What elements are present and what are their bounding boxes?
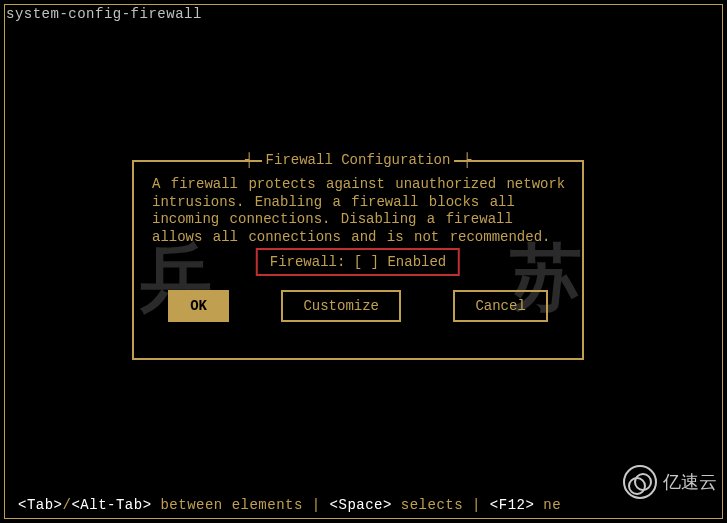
dialog-title: Firewall Configuration	[262, 152, 455, 168]
title-pipe-left: ┤	[245, 152, 262, 168]
hint-f12-text: ne	[534, 497, 561, 513]
checkbox-state	[362, 254, 370, 270]
hint-alttab-key: <Alt-Tab>	[71, 497, 151, 513]
hint-space-text: selects	[392, 497, 463, 513]
bracket-close: ]	[371, 254, 379, 270]
firewall-enabled-checkbox[interactable]: Firewall: [ ] Enabled	[256, 248, 460, 276]
status-bar: <Tab>/<Alt-Tab> between elements | <Spac…	[18, 497, 561, 513]
customize-button[interactable]: Customize	[281, 290, 401, 322]
dialog-title-wrap: ┤ Firewall Configuration ├	[134, 152, 582, 168]
window-title: system-config-firewall	[6, 6, 202, 22]
hint-tab-text: between elements	[152, 497, 303, 513]
cancel-button[interactable]: Cancel	[453, 290, 547, 322]
hint-tab-key: <Tab>	[18, 497, 63, 513]
firewall-dialog: ┤ Firewall Configuration ├ A firewall pr…	[132, 160, 584, 360]
dialog-body-text: A firewall protects against unauthorized…	[152, 176, 572, 246]
hint-pipe-1: |	[303, 497, 330, 513]
hint-pipe-2: |	[463, 497, 490, 513]
ok-button[interactable]: OK	[168, 290, 229, 322]
checkbox-label: Firewall:	[270, 254, 346, 270]
title-pipe-right: ├	[454, 152, 471, 168]
hint-space-key: <Space>	[330, 497, 392, 513]
hint-f12-key: <F12>	[490, 497, 535, 513]
checkbox-option-label: Enabled	[387, 254, 446, 270]
button-row: OK Customize Cancel	[134, 290, 582, 322]
